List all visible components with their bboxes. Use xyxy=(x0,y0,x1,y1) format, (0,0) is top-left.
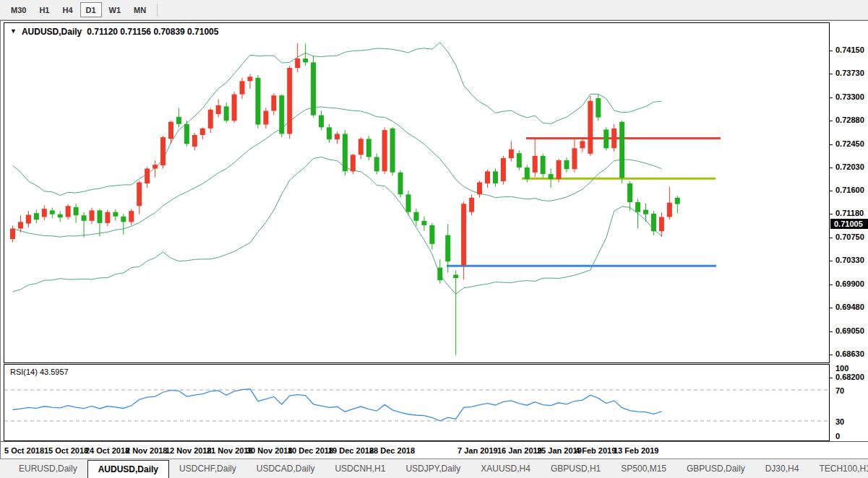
timeframe-button-h1[interactable]: H1 xyxy=(33,2,55,17)
candle xyxy=(596,95,601,121)
date-axis-label: 24 Oct 2018 xyxy=(85,446,129,455)
date-axis-label: 5 Oct 2018 xyxy=(4,446,44,455)
candle-body xyxy=(232,95,237,121)
candle-body xyxy=(366,139,371,157)
price-tick-mark xyxy=(830,331,833,332)
candle-body xyxy=(121,217,126,222)
candle-body xyxy=(501,158,506,181)
price-tick-mark xyxy=(830,168,833,168)
candle xyxy=(240,78,245,99)
candle-body xyxy=(184,124,189,144)
date-axis-label: 28 Dec 2018 xyxy=(369,446,415,455)
symbol-tab-gbpusd-h1[interactable]: GBPUSD,H1 xyxy=(541,459,611,478)
candle-body xyxy=(50,210,55,214)
candle-body xyxy=(596,98,601,118)
candle-body xyxy=(477,183,482,195)
candle xyxy=(351,154,356,174)
candle-body xyxy=(390,129,395,173)
candle xyxy=(557,159,562,183)
candle-body xyxy=(564,160,570,169)
candle-body xyxy=(429,225,434,244)
symbol-tab-usdcad-daily[interactable]: USDCAD,Daily xyxy=(246,459,325,478)
candle xyxy=(461,201,466,279)
candle-body xyxy=(303,58,308,62)
candle xyxy=(66,204,71,220)
candle xyxy=(406,191,411,215)
rsi-axis-label: 100 xyxy=(835,364,848,373)
main-price-pane[interactable]: ▼ AUDUSD,Daily 0.71120 0.71156 0.70839 0… xyxy=(4,22,830,363)
candle xyxy=(224,103,229,123)
date-axis[interactable]: 5 Oct 201815 Oct 201824 Oct 20182 Nov 20… xyxy=(1,441,868,459)
candle xyxy=(121,214,126,235)
candle-body xyxy=(351,155,356,171)
candle-body xyxy=(113,212,118,217)
symbol-dropdown-icon[interactable]: ▼ xyxy=(10,27,17,35)
candle-body xyxy=(208,110,213,129)
price-axis-label: 0.73730 xyxy=(835,69,864,77)
symbol-tab-gbpusd-daily[interactable]: GBPUSD,Daily xyxy=(676,459,755,478)
price-axis-label: 0.71600 xyxy=(835,186,864,194)
symbol-tab-sp500-m15[interactable]: SP500,M15 xyxy=(611,459,676,478)
candle xyxy=(421,217,426,231)
candle xyxy=(145,167,150,188)
candle xyxy=(160,136,166,169)
symbol-tab-tech100-h1[interactable]: TECH100,H1 xyxy=(809,459,868,478)
timeframe-button-mn[interactable]: MN xyxy=(128,2,152,17)
candle-body xyxy=(82,215,87,221)
timeframe-button-h4[interactable]: H4 xyxy=(56,2,78,17)
candle-body xyxy=(248,77,253,81)
candle xyxy=(469,194,474,215)
candle-body xyxy=(129,211,134,222)
candle xyxy=(501,156,506,185)
candle xyxy=(58,211,63,222)
symbol-tab-audusd-daily[interactable]: AUDUSD,Daily xyxy=(87,460,169,478)
candle xyxy=(50,208,55,218)
price-axis-label: 0.70750 xyxy=(835,233,864,241)
candle-body xyxy=(549,174,554,179)
candle xyxy=(572,139,577,173)
price-axis-label: 0.72450 xyxy=(835,139,864,148)
rsi-chart-canvas[interactable] xyxy=(4,365,829,440)
candle-body xyxy=(659,217,664,232)
candle-body xyxy=(216,105,221,114)
candle-body xyxy=(105,212,110,223)
candle-body xyxy=(611,129,616,148)
rsi-indicator-pane[interactable]: RSI(14) 43.5957 xyxy=(4,364,830,441)
candle xyxy=(255,75,260,129)
candle-body xyxy=(271,95,276,110)
price-axis-label: 0.71180 xyxy=(835,209,864,217)
candle-body xyxy=(97,210,102,223)
price-axis-label: 0.74150 xyxy=(835,45,864,54)
price-tick-mark xyxy=(830,97,833,98)
candle xyxy=(413,209,418,226)
candle-body xyxy=(176,117,181,124)
price-tick-mark xyxy=(830,355,833,355)
candle xyxy=(82,212,87,238)
symbol-tab-usdchf-daily[interactable]: USDCHF,Daily xyxy=(169,459,246,478)
price-tick-mark xyxy=(830,261,833,261)
symbol-tab-usdcnh-h1[interactable]: USDCNH,H1 xyxy=(325,459,395,478)
candle-body xyxy=(557,160,562,179)
timeframe-button-w1[interactable]: W1 xyxy=(103,2,127,17)
candle-body xyxy=(200,129,205,135)
main-chart-canvas[interactable] xyxy=(4,23,829,362)
symbol-tab-dj30-h4[interactable]: DJ30,H4 xyxy=(755,459,809,478)
date-axis-label: 16 Jan 2019 xyxy=(497,446,542,455)
symbol-tab-xauusd-h4[interactable]: XAUUSD,H4 xyxy=(470,459,541,478)
timeframe-button-d1[interactable]: D1 xyxy=(80,2,102,17)
candle xyxy=(113,209,118,221)
candle-body xyxy=(525,168,530,179)
candle xyxy=(485,170,490,188)
candle-body xyxy=(533,156,538,173)
timeframe-button-m30[interactable]: M30 xyxy=(5,2,32,17)
candle-body xyxy=(240,81,245,94)
symbol-tab-usdjpy-daily[interactable]: USDJPY,Daily xyxy=(395,459,470,478)
candle-body xyxy=(517,153,522,168)
candle-body xyxy=(572,148,577,169)
rsi-indicator-label: RSI(14) 43.5957 xyxy=(10,368,69,376)
candle-body xyxy=(358,139,364,155)
price-axis-label: 0.70330 xyxy=(835,256,864,264)
candle xyxy=(429,223,434,250)
symbol-tab-eurusd-daily[interactable]: EURUSD,Daily xyxy=(9,459,87,478)
price-axis[interactable]: 0.741500.737300.733000.728800.724500.720… xyxy=(830,22,868,441)
